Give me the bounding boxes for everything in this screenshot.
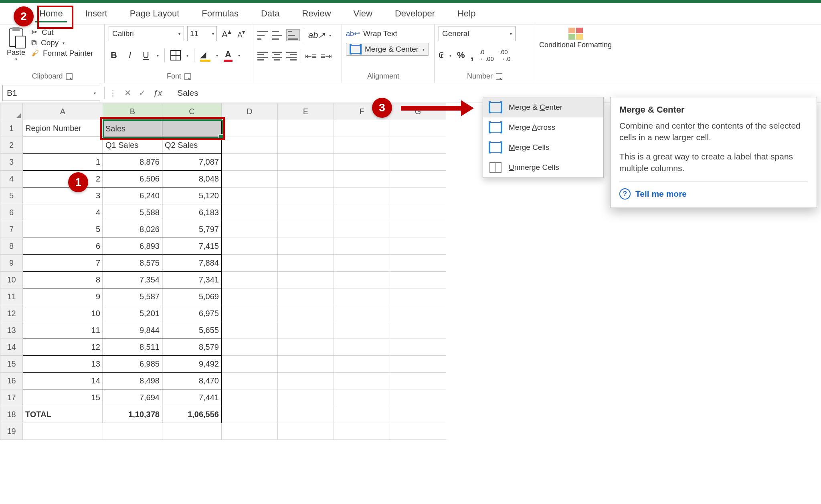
chevron-down-icon[interactable]: ▾ <box>423 47 425 52</box>
cell[interactable]: 8,048 <box>162 171 222 187</box>
cell[interactable]: 14 <box>23 373 103 389</box>
cell[interactable] <box>390 238 446 255</box>
cell[interactable]: 12 <box>23 339 103 356</box>
align-top-button[interactable] <box>257 31 268 40</box>
cell[interactable] <box>334 137 390 154</box>
cell[interactable] <box>334 255 390 272</box>
cell[interactable]: 7 <box>23 255 103 272</box>
cell[interactable]: 6,893 <box>103 238 162 255</box>
cell[interactable] <box>390 389 446 406</box>
cell[interactable] <box>390 221 446 238</box>
cell[interactable] <box>222 373 278 389</box>
cell[interactable] <box>222 305 278 322</box>
cut-button[interactable]: ✂︎Cut <box>31 28 93 37</box>
cell[interactable]: 8,498 <box>103 373 162 389</box>
cell[interactable] <box>222 204 278 221</box>
cell[interactable] <box>390 171 446 187</box>
confirm-formula-button[interactable]: ✓ <box>139 88 146 98</box>
cell[interactable]: 8,575 <box>103 255 162 272</box>
cell-A2[interactable] <box>23 137 103 154</box>
insert-function-button[interactable]: ƒx <box>153 88 162 98</box>
chevron-down-icon[interactable]: ▾ <box>157 53 159 58</box>
cell[interactable] <box>222 288 278 305</box>
menu-merge-cells[interactable]: Merge Cells <box>483 137 603 157</box>
decrease-indent-button[interactable]: ⇤≡ <box>305 51 317 61</box>
row-header[interactable]: 16 <box>0 373 23 389</box>
cell[interactable] <box>278 272 334 288</box>
tab-home[interactable]: Home <box>32 5 70 22</box>
column-header[interactable]: A <box>23 103 103 120</box>
conditional-formatting-button[interactable]: Conditional Formatting <box>539 26 612 49</box>
cell[interactable] <box>334 238 390 255</box>
tab-page-layout[interactable]: Page Layout <box>123 5 187 22</box>
cell[interactable]: 6,240 <box>103 187 162 204</box>
cell[interactable]: 10 <box>23 305 103 322</box>
tell-me-more-link[interactable]: ? Tell me more <box>619 188 808 200</box>
cell[interactable] <box>278 221 334 238</box>
cell-A1[interactable]: Region Number <box>23 120 103 137</box>
cell[interactable]: 1 <box>23 154 103 171</box>
cell-C1[interactable] <box>162 120 222 137</box>
cell[interactable]: 6,506 <box>103 171 162 187</box>
chevron-down-icon[interactable]: ▾ <box>186 53 188 58</box>
name-box[interactable]: B1▾ <box>2 85 100 101</box>
cell[interactable] <box>222 171 278 187</box>
cell[interactable] <box>278 389 334 406</box>
column-header[interactable]: B <box>103 103 162 120</box>
chevron-down-icon[interactable]: ▾ <box>63 41 65 45</box>
cell[interactable] <box>390 339 446 356</box>
decrease-font-size-button[interactable]: A▾ <box>236 29 247 39</box>
cell[interactable]: 5,797 <box>162 221 222 238</box>
increase-font-size-button[interactable]: A▴ <box>220 27 233 40</box>
underline-button[interactable]: U <box>141 50 151 60</box>
row-header[interactable]: 5 <box>0 187 23 204</box>
cell[interactable]: 9,844 <box>103 322 162 339</box>
cell[interactable]: 9,492 <box>162 356 222 373</box>
cell[interactable] <box>222 356 278 373</box>
wrap-text-button[interactable]: ab↩ Wrap Text <box>346 27 397 40</box>
align-bottom-button[interactable] <box>286 29 300 41</box>
cell[interactable] <box>390 373 446 389</box>
cell-B1[interactable]: Sales <box>103 120 162 137</box>
cell[interactable] <box>222 322 278 339</box>
cell[interactable] <box>278 305 334 322</box>
cell[interactable] <box>334 389 390 406</box>
cell[interactable] <box>334 406 390 423</box>
cell[interactable] <box>334 187 390 204</box>
cell[interactable]: 2 <box>23 171 103 187</box>
cell[interactable] <box>278 238 334 255</box>
column-header[interactable]: D <box>222 103 278 120</box>
cell[interactable] <box>334 356 390 373</box>
cell[interactable]: 5,587 <box>103 288 162 305</box>
cell[interactable] <box>278 120 334 137</box>
tab-help[interactable]: Help <box>450 5 483 22</box>
cell[interactable] <box>334 322 390 339</box>
cell[interactable]: 6 <box>23 238 103 255</box>
cell[interactable] <box>222 389 278 406</box>
orientation-button[interactable]: ab↗ <box>308 30 325 40</box>
number-format-select[interactable]: General▾ <box>439 26 516 41</box>
cell[interactable] <box>278 154 334 171</box>
cell[interactable] <box>222 238 278 255</box>
merge-center-button[interactable]: Merge & Center ▾ <box>346 43 429 56</box>
select-all-corner[interactable] <box>0 103 23 120</box>
cell[interactable]: 5 <box>23 221 103 238</box>
cell[interactable] <box>390 272 446 288</box>
cell[interactable] <box>334 305 390 322</box>
cell[interactable]: 9 <box>23 288 103 305</box>
format-painter-button[interactable]: 🖌Format Painter <box>31 49 93 58</box>
cell[interactable] <box>390 187 446 204</box>
cell-B2[interactable]: Q1 Sales <box>103 137 162 154</box>
tab-insert[interactable]: Insert <box>78 5 115 22</box>
cell[interactable] <box>390 305 446 322</box>
row-header[interactable]: 11 <box>0 288 23 305</box>
cell[interactable] <box>222 406 278 423</box>
cell[interactable] <box>222 221 278 238</box>
cell[interactable] <box>278 255 334 272</box>
cell[interactable]: 5,655 <box>162 322 222 339</box>
menu-unmerge-cells[interactable]: Unmerge Cells <box>483 157 603 177</box>
cell[interactable] <box>278 339 334 356</box>
font-color-button[interactable]: A <box>224 49 233 62</box>
dialog-launcher-icon[interactable] <box>66 73 73 80</box>
cell[interactable] <box>390 406 446 423</box>
